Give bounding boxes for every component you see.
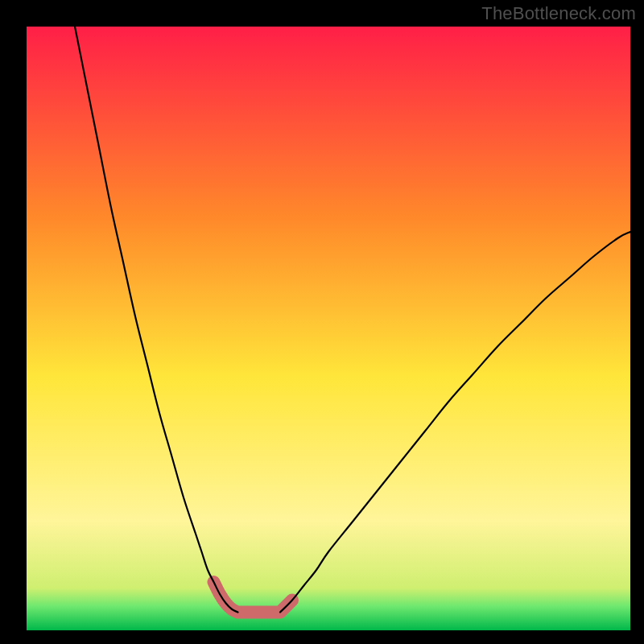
watermark-text: TheBottleneck.com <box>481 3 636 24</box>
gradient-background <box>27 27 630 630</box>
bottleneck-chart <box>27 27 630 630</box>
plot-area <box>27 27 630 630</box>
chart-frame: TheBottleneck.com <box>0 0 644 644</box>
